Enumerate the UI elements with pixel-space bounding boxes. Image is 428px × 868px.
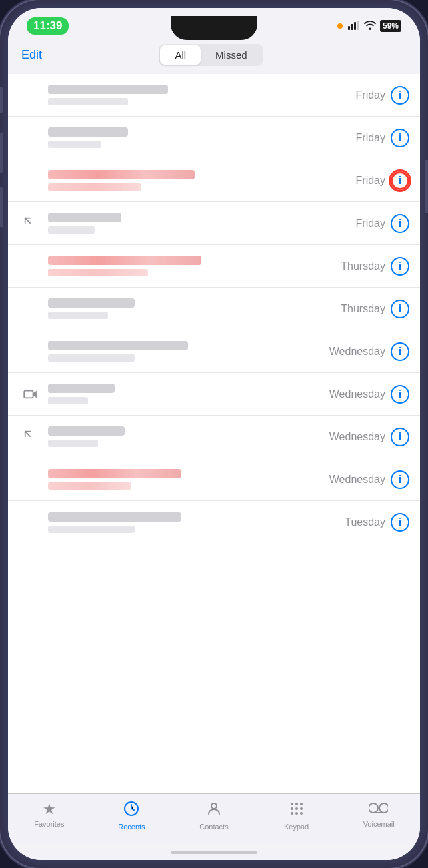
svg-rect-0 <box>348 26 350 30</box>
info-button[interactable]: i <box>391 385 409 404</box>
contacts-label: Contacts <box>199 823 228 831</box>
caller-name-blur <box>48 213 121 222</box>
recents-icon <box>123 801 139 821</box>
info-button[interactable]: i <box>391 428 409 446</box>
svg-point-13 <box>291 812 293 815</box>
caller-name-blur <box>48 426 125 436</box>
call-item: Tuesday i <box>8 501 420 544</box>
info-button[interactable]: i <box>391 257 409 276</box>
caller-name-blur-missed <box>48 256 201 265</box>
caller-name-blur <box>48 298 135 308</box>
svg-rect-3 <box>357 21 359 30</box>
mute-button[interactable] <box>0 87 3 113</box>
call-day: Wednesday <box>329 474 385 486</box>
call-right: Wednesday i <box>329 385 409 404</box>
tab-bar: ★ Favorites Recents <box>8 793 420 844</box>
svg-point-10 <box>291 807 293 810</box>
info-button-highlighted[interactable]: i <box>391 171 409 190</box>
svg-rect-4 <box>24 390 33 398</box>
call-item: Friday i <box>8 74 420 117</box>
call-day: Friday <box>356 89 385 101</box>
svg-point-11 <box>295 807 298 810</box>
segment-missed[interactable]: Missed <box>201 45 262 65</box>
info-button[interactable]: i <box>391 470 409 489</box>
caller-name-blur <box>48 512 181 522</box>
caller-detail-blur-missed <box>48 183 141 191</box>
tab-recents[interactable]: Recents <box>91 801 173 831</box>
caller-name-blur <box>48 85 168 94</box>
tab-favorites[interactable]: ★ Favorites <box>8 801 91 831</box>
info-button[interactable]: i <box>391 86 409 105</box>
call-right: Thursday i <box>341 300 409 318</box>
info-icon: i <box>399 175 401 187</box>
call-day: Wednesday <box>329 431 385 443</box>
voicemail-icon <box>369 801 388 818</box>
wifi-icon <box>364 21 376 32</box>
info-icon: i <box>399 132 401 144</box>
caller-detail-blur-missed <box>48 269 148 276</box>
call-right: Tuesday i <box>345 513 409 532</box>
call-day: Tuesday <box>345 516 385 528</box>
call-info <box>43 127 356 148</box>
call-item: Friday i <box>8 159 420 202</box>
svg-rect-1 <box>351 24 353 30</box>
favorites-label: Favorites <box>34 820 64 828</box>
info-button[interactable]: i <box>391 342 409 361</box>
call-info <box>43 341 329 362</box>
call-right: Wednesday i <box>329 342 409 361</box>
call-icon-area <box>19 389 43 400</box>
info-button[interactable]: i <box>391 300 409 318</box>
volume-up-button[interactable] <box>0 133 3 173</box>
info-button[interactable]: i <box>391 214 409 233</box>
caller-name-blur <box>48 127 128 137</box>
tab-contacts[interactable]: Contacts <box>173 801 255 831</box>
caller-detail-blur <box>48 141 101 148</box>
tab-voicemail[interactable]: Voicemail <box>337 801 420 831</box>
svg-point-12 <box>300 807 303 810</box>
notch <box>171 16 257 40</box>
info-button[interactable]: i <box>391 129 409 147</box>
info-icon: i <box>399 303 401 315</box>
header: Edit All Missed <box>8 39 420 74</box>
call-day: Friday <box>356 132 385 144</box>
call-right: Wednesday i <box>329 470 409 489</box>
call-day: Friday <box>356 175 385 187</box>
svg-rect-2 <box>354 22 356 30</box>
call-info <box>43 170 356 191</box>
call-right: Friday i <box>356 214 409 233</box>
edit-button[interactable]: Edit <box>21 48 42 62</box>
call-icon-area <box>19 217 43 230</box>
info-icon: i <box>399 516 401 528</box>
caller-detail-blur <box>48 312 108 319</box>
caller-detail-blur <box>48 98 128 105</box>
call-info <box>43 512 345 533</box>
caller-detail-blur <box>48 526 135 533</box>
call-info <box>43 426 329 447</box>
segment-control: All Missed <box>159 44 263 66</box>
call-item: Wednesday i <box>8 458 420 501</box>
svg-point-14 <box>295 812 298 815</box>
call-info <box>43 85 356 105</box>
svg-point-16 <box>369 803 378 813</box>
power-button[interactable] <box>425 160 428 213</box>
call-right: Thursday i <box>341 257 409 276</box>
volume-down-button[interactable] <box>0 187 3 227</box>
segment-all[interactable]: All <box>160 45 201 65</box>
svg-point-8 <box>295 803 298 805</box>
info-button[interactable]: i <box>391 513 409 532</box>
call-item: Friday i <box>8 202 420 245</box>
caller-detail-blur <box>48 354 135 362</box>
info-icon: i <box>399 388 401 400</box>
orange-dot <box>337 23 343 29</box>
svg-point-7 <box>291 803 293 805</box>
caller-name-blur-missed <box>48 469 181 478</box>
phone-screen: 11:39 <box>8 8 420 860</box>
call-right: Friday i <box>356 86 409 105</box>
status-time: 11:39 <box>27 17 69 35</box>
keypad-label: Keypad <box>284 823 309 831</box>
info-icon: i <box>399 474 401 486</box>
contacts-icon <box>206 801 222 821</box>
tab-keypad[interactable]: Keypad <box>255 801 338 831</box>
call-day: Wednesday <box>329 388 385 400</box>
call-right: Friday i <box>356 171 409 190</box>
